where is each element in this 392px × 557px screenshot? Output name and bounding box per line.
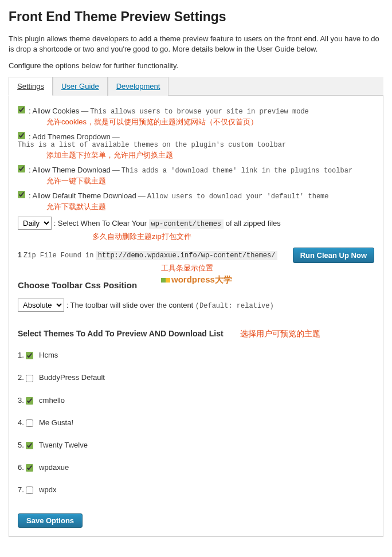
theme-item: 2. BuddyPress Default bbox=[18, 373, 374, 382]
allow-cookies-label: : Allow Cookies bbox=[29, 107, 79, 115]
tab-settings[interactable]: Settings bbox=[9, 77, 53, 96]
themes-section-title: Select Themes To Add To Preview AND Down… bbox=[18, 329, 374, 339]
allow-cookies-annotation: 允许cookies，就是可以使用预览的主题浏览网站（不仅仅首页） bbox=[46, 117, 374, 127]
add-dropdown-checkbox[interactable] bbox=[18, 132, 25, 139]
toolbar-default-note: (Default: relative) bbox=[195, 302, 274, 310]
configure-text: Configure the options below for further … bbox=[9, 61, 383, 70]
theme-checkbox-wpdx[interactable] bbox=[26, 487, 33, 494]
theme-item: 4. Me Gusta! bbox=[18, 418, 374, 427]
theme-item: 6. wpdaxue bbox=[18, 463, 374, 472]
add-dropdown-desc: This is a list of available themes on th… bbox=[18, 141, 286, 149]
toolbar-position-select[interactable]: Absolute bbox=[18, 299, 64, 312]
clear-schedule-select[interactable]: Daily bbox=[18, 217, 52, 230]
allow-cookies-desc: This allows users to browse your site in… bbox=[90, 108, 309, 116]
theme-checkbox-megusta[interactable] bbox=[26, 419, 33, 427]
allow-cookies-checkbox[interactable] bbox=[18, 106, 25, 113]
toolbar-section-title: Choose Toolbar Css Position bbox=[18, 280, 137, 290]
add-dropdown-annotation: 添加主题下拉菜单，允许用户切换主题 bbox=[46, 150, 374, 160]
run-cleanup-button[interactable]: Run Clean Up Now bbox=[293, 248, 374, 263]
allow-download-annotation: 允许一键下载主题 bbox=[46, 176, 374, 186]
allow-default-download-label: : Allow Default Theme Download bbox=[29, 191, 136, 200]
tabs-bar: Settings User Guide Development bbox=[9, 77, 383, 96]
tab-development[interactable]: Development bbox=[108, 77, 169, 96]
theme-checkbox-twentytwelve[interactable] bbox=[26, 442, 33, 449]
clear-schedule-annotation: 多久自动删除主题zip打包文件 bbox=[92, 232, 374, 242]
tab-content: : Allow Cookies — This allows users to b… bbox=[9, 96, 383, 536]
tab-user-guide[interactable]: User Guide bbox=[53, 77, 108, 96]
allow-default-download-desc: Allow users to download your 'default' t… bbox=[147, 193, 329, 201]
watermark: 工具条显示位置 wordpress大学 bbox=[161, 263, 232, 285]
theme-checkbox-cmhello[interactable] bbox=[26, 397, 33, 405]
allow-download-label: : Allow Theme Download bbox=[29, 166, 111, 174]
zip-info: 1 Zip File Found in http://demo.wpdaxue.… bbox=[18, 251, 277, 260]
add-dropdown-label: : Add Themes Dropdown bbox=[29, 132, 111, 141]
save-options-button[interactable]: Save Options bbox=[18, 513, 83, 528]
theme-checkbox-wpdaxue[interactable] bbox=[26, 464, 33, 472]
theme-list: 1. Hcms 2. BuddyPress Default 3. cmhello… bbox=[18, 351, 374, 493]
clear-suffix: of all zipped files bbox=[226, 219, 281, 227]
intro-text: This plugin allows theme developers to a… bbox=[9, 34, 383, 54]
toolbar-desc: : The toolbar will slide over the conten… bbox=[66, 301, 194, 309]
theme-checkbox-buddypress[interactable] bbox=[26, 375, 33, 382]
theme-checkbox-hcms[interactable] bbox=[26, 352, 33, 359]
theme-item: 5. Twenty Twelve bbox=[18, 441, 374, 449]
theme-item: 3. cmhello bbox=[18, 396, 374, 405]
allow-download-desc: This adds a 'download theme' link in the… bbox=[121, 167, 352, 175]
theme-item: 1. Hcms bbox=[18, 351, 374, 359]
allow-default-download-checkbox[interactable] bbox=[18, 191, 25, 198]
clear-schedule-label: : Select When To Clear Your bbox=[54, 219, 147, 227]
theme-item: 7. wpdx bbox=[18, 485, 374, 494]
allow-download-checkbox[interactable] bbox=[18, 165, 25, 172]
allow-default-download-annotation: 允许下载默认主题 bbox=[46, 202, 374, 212]
page-title: Front End Theme Preview Settings bbox=[9, 6, 383, 28]
clear-path: wp-content/themes bbox=[149, 219, 224, 229]
